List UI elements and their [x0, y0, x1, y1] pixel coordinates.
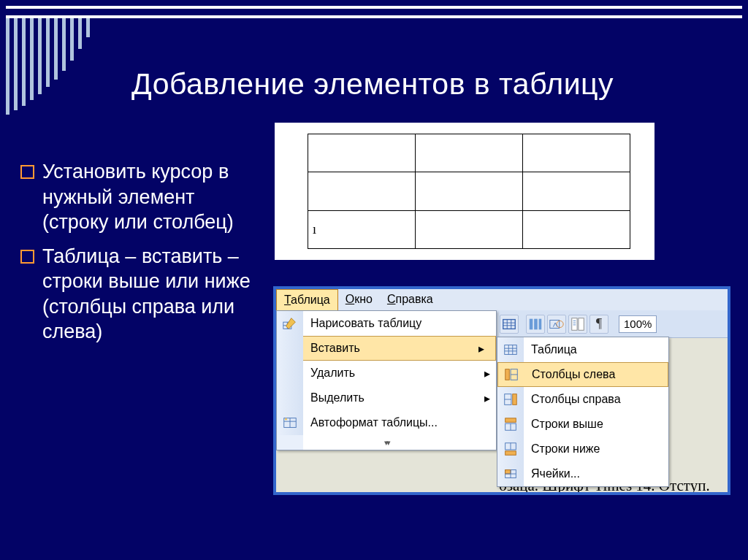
bullet-list: Установить курсор в нужный элемент (стро… — [13, 159, 265, 353]
rows-above-icon — [497, 412, 524, 437]
svg-rect-29 — [513, 394, 517, 405]
text-cursor: ı — [313, 222, 316, 237]
svg-rect-10 — [572, 318, 577, 330]
zoom-display[interactable]: 100% — [619, 315, 657, 333]
slide-top-border — [6, 6, 742, 18]
pencil-table-icon — [277, 311, 303, 336]
menu-okno[interactable]: Окно — [338, 289, 380, 310]
submenu-insert: Таблица Столбцы слева Столбцы справа Стр… — [497, 337, 669, 487]
table-icon — [497, 337, 524, 362]
submenu-rows-below[interactable]: Строки ниже — [497, 437, 668, 461]
svg-point-9 — [557, 321, 563, 327]
toolbar: ¶ 100% — [497, 310, 728, 338]
word-menu-screenshot: Таблица Окно Справка ¶ 100% імвола. шриф… — [273, 286, 730, 495]
menu-tablitsa[interactable]: Таблица — [276, 289, 338, 310]
svg-rect-26 — [505, 369, 510, 380]
svg-rect-32 — [505, 418, 516, 423]
svg-rect-35 — [505, 451, 516, 456]
autoformat-icon — [277, 410, 303, 435]
menu-insert[interactable]: Вставить ▸ — [277, 336, 496, 361]
svg-rect-39 — [505, 470, 511, 475]
bullet-item: Установить курсор в нужный элемент (стро… — [13, 159, 265, 235]
svg-rect-14 — [579, 318, 584, 330]
svg-rect-0 — [503, 319, 516, 329]
sample-table: ı — [275, 123, 654, 260]
dropdown-table-menu: Нарисовать таблицу Вставить ▸ Удалить ▸ … — [276, 310, 497, 450]
rows-below-icon — [497, 437, 524, 461]
toolbar-drawing-icon[interactable] — [547, 315, 566, 334]
cells-icon — [497, 461, 524, 486]
cols-left-icon — [498, 363, 524, 386]
stripe-decoration — [6, 18, 90, 115]
menu-autoformat[interactable]: Автоформат таблицы... — [277, 410, 496, 435]
toolbar-table-icon[interactable] — [500, 315, 519, 334]
menu-delete[interactable]: Удалить ▸ — [277, 361, 496, 386]
submenu-rows-above[interactable]: Строки выше — [497, 412, 668, 437]
bullet-item: Таблица – вставить – строки выше или ниж… — [13, 244, 265, 345]
svg-rect-7 — [539, 318, 542, 329]
menu-spravka[interactable]: Справка — [380, 289, 440, 310]
submenu-table[interactable]: Таблица — [497, 337, 668, 362]
submenu-cells[interactable]: Ячейки... — [497, 461, 668, 486]
toolbar-columns-icon[interactable] — [526, 315, 545, 334]
toolbar-pilcrow-icon[interactable]: ¶ — [589, 315, 608, 334]
svg-rect-5 — [530, 318, 533, 329]
slide-title: Добавление элементов в таблицу — [131, 67, 614, 101]
menubar: Таблица Окно Справка — [276, 289, 728, 311]
submenu-cols-right[interactable]: Столбцы справа — [497, 387, 668, 412]
svg-rect-21 — [505, 345, 517, 355]
menu-draw-table[interactable]: Нарисовать таблицу — [277, 311, 496, 336]
svg-rect-6 — [534, 318, 538, 329]
menu-select[interactable]: Выделить ▸ — [277, 386, 496, 410]
menu-expand-chevron[interactable]: ▾▾ — [277, 435, 496, 450]
toolbar-docmap-icon[interactable] — [568, 315, 587, 334]
submenu-cols-left[interactable]: Столбцы слева — [497, 362, 668, 387]
cols-right-icon — [497, 387, 524, 412]
